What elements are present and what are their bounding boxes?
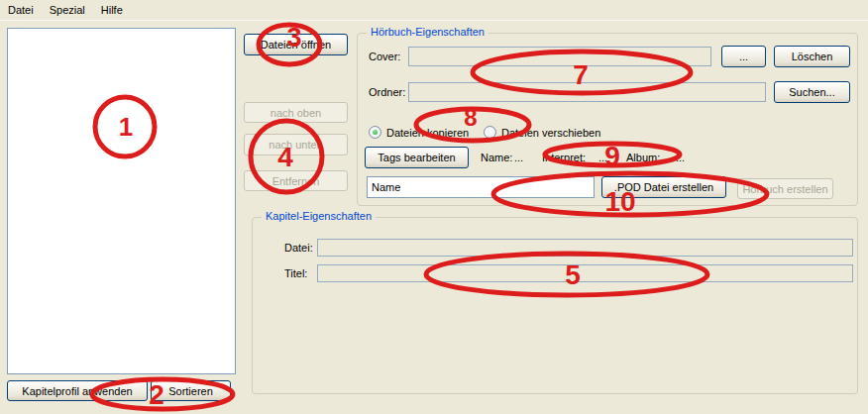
chapter-file-label: Datei: [284, 242, 313, 254]
menu-spezial[interactable]: Spezial [42, 1, 93, 20]
move-up-button[interactable]: nach oben [244, 102, 348, 123]
create-audiobook-button[interactable]: Hörbuch erstellen [737, 178, 833, 199]
move-down-button[interactable]: nach unten [244, 134, 348, 155]
tag-name-label: Name: [481, 152, 512, 163]
radio-move-label: Dateien verschieben [501, 127, 600, 139]
tag-artist-label: Interpret: [542, 152, 586, 163]
chapter-properties-title: Kapitel-Eigenschaften [262, 210, 376, 222]
radio-copy-label: Dateien kopieren [386, 127, 469, 139]
cover-browse-button[interactable]: ... [721, 46, 766, 67]
cover-label: Cover: [369, 51, 400, 62]
remove-button[interactable]: Entfernen [244, 170, 348, 191]
open-files-button[interactable]: Dateien öffnen [244, 34, 348, 55]
tag-name-value: ... [514, 152, 523, 163]
cover-field[interactable] [408, 47, 711, 66]
radio-copy-circle-icon [369, 126, 381, 139]
cover-delete-button[interactable]: Löschen [774, 46, 850, 67]
chapter-file-list[interactable] [7, 28, 236, 374]
menu-datei[interactable]: Datei [0, 1, 42, 20]
chapter-title-label: Titel: [284, 267, 307, 279]
audiobook-properties-title: Hörbuch-Eigenschaften [367, 26, 488, 38]
menu-hilfe[interactable]: Hilfe [93, 1, 131, 20]
sort-button[interactable]: Sortieren [151, 380, 231, 401]
chapter-file-field[interactable] [317, 239, 853, 257]
radio-move-circle-icon [484, 126, 496, 139]
folder-search-button[interactable]: Suchen... [774, 81, 850, 103]
folder-field[interactable] [408, 82, 766, 102]
tag-album-label: Album: [626, 152, 660, 163]
radio-copy-files[interactable]: Dateien kopieren [369, 126, 469, 139]
apply-chapter-profile-button[interactable]: Kapitelprofil anwenden [7, 380, 148, 401]
menu-bar: Datei Spezial Hilfe [0, 0, 868, 21]
edit-tags-button[interactable]: Tags bearbeiten [365, 147, 469, 168]
audiobook-name-input[interactable] [367, 176, 595, 198]
tag-album-value: ... [676, 152, 685, 163]
radio-move-files[interactable]: Dateien verschieben [484, 126, 600, 139]
app-window: Datei Spezial Hilfe Kapitelprofil anwend… [0, 0, 868, 414]
create-pod-file-button[interactable]: .POD Datei erstellen [601, 176, 726, 198]
chapter-title-field[interactable] [317, 264, 853, 282]
folder-label: Ordner: [369, 86, 405, 98]
tag-artist-value: ... [598, 152, 607, 163]
